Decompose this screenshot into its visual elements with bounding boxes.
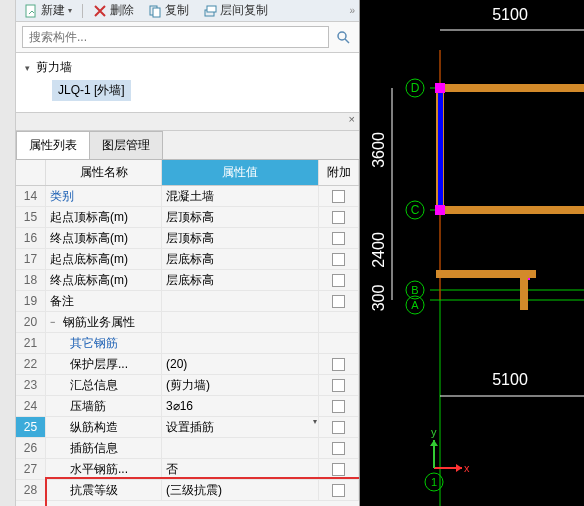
checkbox[interactable]: [332, 379, 345, 392]
prop-header: 属性名称 属性值 附加: [16, 160, 359, 186]
tree-root[interactable]: ▾ 剪力墙: [22, 57, 353, 78]
cell-value[interactable]: 层顶标高: [162, 228, 319, 248]
table-row[interactable]: 17起点底标高(m)层底标高: [16, 249, 359, 270]
svg-line-6: [345, 39, 349, 43]
table-row[interactable]: ▾25纵筋构造设置插筋: [16, 417, 359, 438]
cell-value[interactable]: 层顶标高: [162, 207, 319, 227]
tabs: 属性列表 图层管理: [16, 131, 359, 160]
checkbox[interactable]: [332, 190, 345, 203]
tree-child[interactable]: JLQ-1 [外墙]: [52, 80, 131, 101]
collapse-icon[interactable]: −: [50, 317, 60, 327]
cell-add: [319, 333, 359, 353]
cell-add: [319, 354, 359, 374]
checkbox[interactable]: [332, 232, 345, 245]
cell-name[interactable]: 插筋信息: [46, 438, 162, 458]
checkbox[interactable]: [332, 253, 345, 266]
cell-name[interactable]: 抗震等级: [46, 480, 162, 500]
tab-properties[interactable]: 属性列表: [16, 131, 90, 159]
chevron-dbl-icon[interactable]: »: [349, 5, 355, 16]
table-row[interactable]: 15起点顶标高(m)层顶标高: [16, 207, 359, 228]
cell-name[interactable]: 纵筋构造: [46, 417, 162, 437]
cell-name[interactable]: 保护层厚...: [46, 354, 162, 374]
cell-value[interactable]: [162, 333, 319, 353]
cell-name[interactable]: 汇总信息: [46, 375, 162, 395]
close-icon[interactable]: ×: [349, 113, 355, 125]
chevron-down-icon: ▾: [68, 6, 72, 15]
checkbox[interactable]: [332, 484, 345, 497]
cell-name[interactable]: 终点底标高(m): [46, 270, 162, 290]
table-row[interactable]: 21其它钢筋: [16, 333, 359, 354]
ucs-icon: x y 1: [425, 426, 470, 491]
svg-marker-36: [430, 440, 438, 446]
cell-name[interactable]: −钢筋业务属性: [46, 312, 162, 332]
svg-marker-34: [456, 464, 462, 472]
checkbox[interactable]: [332, 442, 345, 455]
cell-name[interactable]: 终点顶标高(m): [46, 228, 162, 248]
col-value[interactable]: 属性值: [162, 160, 319, 185]
row-number: 16: [16, 228, 46, 248]
collapse-icon[interactable]: ▾: [22, 63, 32, 73]
search-icon[interactable]: [333, 27, 353, 47]
drawing-canvas[interactable]: 5100 3600 2400 300 5100 D C B A x y 1: [360, 0, 584, 506]
delete-button[interactable]: 删除: [89, 2, 138, 19]
layer-copy-button[interactable]: 层间复制: [199, 2, 272, 19]
checkbox[interactable]: [332, 358, 345, 371]
cell-value[interactable]: 层底标高: [162, 249, 319, 269]
checkbox[interactable]: [332, 295, 345, 308]
new-button[interactable]: 新建 ▾: [20, 2, 76, 19]
cell-value[interactable]: 层底标高: [162, 270, 319, 290]
svg-text:x: x: [464, 462, 470, 474]
cell-name[interactable]: 其它钢筋: [46, 333, 162, 353]
axis-label-D: D: [406, 79, 424, 97]
table-row[interactable]: 27水平钢筋...否: [16, 459, 359, 480]
row-number: 15: [16, 207, 46, 227]
cell-value[interactable]: (三级抗震): [162, 480, 319, 500]
cell-value[interactable]: [162, 312, 319, 332]
chevron-down-icon[interactable]: ▾: [313, 417, 317, 426]
table-row[interactable]: 26插筋信息: [16, 438, 359, 459]
search-input[interactable]: [22, 26, 329, 48]
cell-value[interactable]: (20): [162, 354, 319, 374]
cell-value[interactable]: [162, 438, 319, 458]
table-row[interactable]: 18终点底标高(m)层底标高: [16, 270, 359, 291]
cell-add: [319, 312, 359, 332]
cell-value[interactable]: 3⌀16: [162, 396, 319, 416]
table-row[interactable]: 23汇总信息(剪力墙): [16, 375, 359, 396]
cell-value[interactable]: (剪力墙): [162, 375, 319, 395]
copy-button[interactable]: 复制: [144, 2, 193, 19]
prop-name: 终点顶标高(m): [50, 230, 128, 247]
checkbox[interactable]: [332, 421, 345, 434]
cell-name[interactable]: 起点底标高(m): [46, 249, 162, 269]
cell-value[interactable]: 设置插筋: [162, 417, 319, 437]
row-number: 24: [16, 396, 46, 416]
table-row[interactable]: 22保护层厚...(20): [16, 354, 359, 375]
prop-name: 类别: [50, 188, 74, 205]
cell-value[interactable]: [162, 291, 319, 311]
table-row[interactable]: 19备注: [16, 291, 359, 312]
new-label: 新建: [41, 2, 65, 19]
tab-layers[interactable]: 图层管理: [89, 131, 163, 159]
copy-icon: [148, 4, 162, 18]
prop-name: 钢筋业务属性: [63, 314, 135, 331]
new-icon: [24, 4, 38, 18]
table-row[interactable]: 20−钢筋业务属性: [16, 312, 359, 333]
cell-value[interactable]: 否: [162, 459, 319, 479]
prop-name: 终点底标高(m): [50, 272, 128, 289]
cell-add: [319, 480, 359, 500]
table-row[interactable]: 14类别混凝土墙: [16, 186, 359, 207]
cell-name[interactable]: 水平钢筋...: [46, 459, 162, 479]
cell-value[interactable]: 混凝土墙: [162, 186, 319, 206]
svg-rect-21: [520, 270, 528, 310]
checkbox[interactable]: [332, 211, 345, 224]
checkbox[interactable]: [332, 400, 345, 413]
cell-name[interactable]: 备注: [46, 291, 162, 311]
cell-name[interactable]: 压墙筋: [46, 396, 162, 416]
table-row[interactable]: 24压墙筋3⌀16: [16, 396, 359, 417]
cell-name[interactable]: 起点顶标高(m): [46, 207, 162, 227]
svg-rect-18: [435, 205, 445, 215]
table-row[interactable]: 28抗震等级(三级抗震): [16, 480, 359, 501]
checkbox[interactable]: [332, 274, 345, 287]
cell-name[interactable]: 类别: [46, 186, 162, 206]
table-row[interactable]: 16终点顶标高(m)层顶标高: [16, 228, 359, 249]
checkbox[interactable]: [332, 463, 345, 476]
